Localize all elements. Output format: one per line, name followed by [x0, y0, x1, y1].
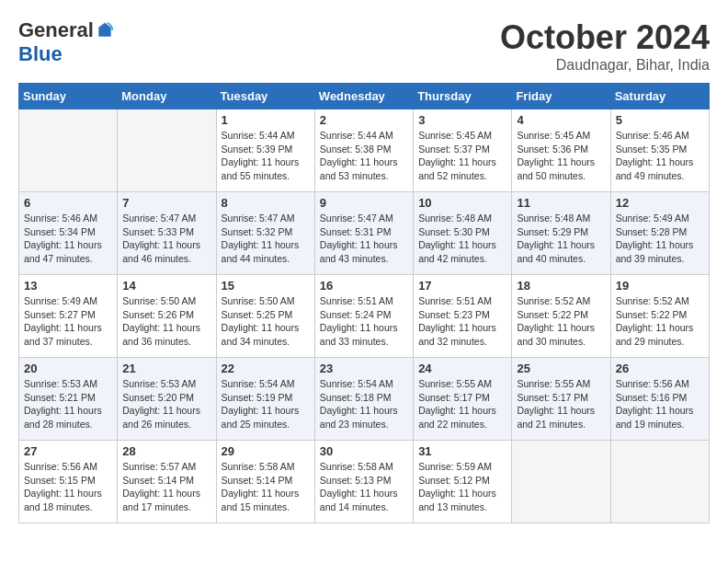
calendar-cell: [19, 109, 118, 192]
calendar-cell: 21Sunrise: 5:53 AMSunset: 5:20 PMDayligh…: [118, 358, 216, 441]
cell-content: Sunrise: 5:50 AMSunset: 5:25 PMDaylight:…: [222, 294, 310, 349]
calendar-cell: 10Sunrise: 5:48 AMSunset: 5:30 PMDayligh…: [414, 192, 512, 275]
cell-content: Sunrise: 5:53 AMSunset: 5:20 PMDaylight:…: [122, 377, 210, 431]
cell-content: Sunrise: 5:58 AMSunset: 5:13 PMDaylight:…: [320, 460, 408, 514]
day-number: 26: [616, 362, 704, 375]
calendar-cell: 3Sunrise: 5:45 AMSunset: 5:37 PMDaylight…: [414, 109, 512, 192]
calendar-week-3: 13Sunrise: 5:49 AMSunset: 5:27 PMDayligh…: [19, 275, 710, 358]
calendar-cell: 2Sunrise: 5:44 AMSunset: 5:38 PMDaylight…: [314, 109, 413, 192]
cell-content: Sunrise: 5:56 AMSunset: 5:15 PMDaylight:…: [24, 460, 112, 514]
day-number: 9: [320, 196, 408, 210]
page-header: General Blue October 2024 Daudnagar, Bih…: [18, 18, 710, 74]
day-number: 31: [418, 444, 506, 458]
day-number: 13: [24, 279, 112, 293]
calendar-cell: 20Sunrise: 5:53 AMSunset: 5:21 PMDayligh…: [19, 358, 118, 441]
day-number: 25: [517, 362, 605, 375]
day-number: 12: [616, 196, 704, 210]
logo-blue: Blue: [18, 42, 63, 66]
day-number: 3: [418, 113, 506, 127]
calendar-week-4: 20Sunrise: 5:53 AMSunset: 5:21 PMDayligh…: [19, 358, 710, 441]
calendar-cell: 31Sunrise: 5:59 AMSunset: 5:12 PMDayligh…: [414, 441, 512, 523]
cell-content: Sunrise: 5:47 AMSunset: 5:33 PMDaylight:…: [122, 212, 210, 266]
cell-content: Sunrise: 5:51 AMSunset: 5:24 PMDaylight:…: [320, 294, 408, 349]
calendar-cell: 26Sunrise: 5:56 AMSunset: 5:16 PMDayligh…: [610, 358, 709, 441]
day-number: 17: [418, 279, 506, 293]
day-header-thursday: Thursday: [414, 84, 512, 109]
day-number: 24: [418, 362, 506, 375]
day-number: 5: [616, 113, 704, 127]
cell-content: Sunrise: 5:49 AMSunset: 5:28 PMDaylight:…: [616, 212, 704, 266]
calendar-cell: 13Sunrise: 5:49 AMSunset: 5:27 PMDayligh…: [19, 275, 118, 358]
day-number: 21: [122, 362, 210, 375]
day-number: 2: [320, 113, 408, 127]
day-number: 15: [222, 279, 310, 293]
logo: General Blue: [18, 18, 114, 66]
cell-content: Sunrise: 5:49 AMSunset: 5:27 PMDaylight:…: [24, 294, 112, 349]
cell-content: Sunrise: 5:46 AMSunset: 5:34 PMDaylight:…: [24, 212, 112, 266]
calendar-cell: 11Sunrise: 5:48 AMSunset: 5:29 PMDayligh…: [512, 192, 610, 275]
day-header-friday: Friday: [512, 84, 610, 109]
day-number: 30: [320, 444, 408, 458]
calendar-cell: 12Sunrise: 5:49 AMSunset: 5:28 PMDayligh…: [610, 192, 709, 275]
cell-content: Sunrise: 5:52 AMSunset: 5:22 PMDaylight:…: [616, 294, 704, 349]
cell-content: Sunrise: 5:45 AMSunset: 5:37 PMDaylight:…: [418, 129, 506, 183]
day-number: 8: [222, 196, 310, 210]
day-number: 11: [517, 196, 605, 210]
day-header-wednesday: Wednesday: [314, 84, 413, 109]
calendar-cell: 27Sunrise: 5:56 AMSunset: 5:15 PMDayligh…: [19, 441, 118, 523]
logo-general: General: [18, 18, 94, 42]
calendar-cell: 8Sunrise: 5:47 AMSunset: 5:32 PMDaylight…: [216, 192, 314, 275]
cell-content: Sunrise: 5:53 AMSunset: 5:21 PMDaylight:…: [24, 377, 112, 431]
calendar-week-2: 6Sunrise: 5:46 AMSunset: 5:34 PMDaylight…: [19, 192, 710, 275]
cell-content: Sunrise: 5:55 AMSunset: 5:17 PMDaylight:…: [517, 377, 605, 431]
cell-content: Sunrise: 5:54 AMSunset: 5:19 PMDaylight:…: [222, 377, 310, 431]
day-header-tuesday: Tuesday: [216, 84, 314, 109]
cell-content: Sunrise: 5:45 AMSunset: 5:36 PMDaylight:…: [517, 129, 605, 183]
cell-content: Sunrise: 5:50 AMSunset: 5:26 PMDaylight:…: [122, 294, 210, 349]
day-number: 7: [122, 196, 210, 210]
cell-content: Sunrise: 5:48 AMSunset: 5:29 PMDaylight:…: [517, 212, 605, 266]
cell-content: Sunrise: 5:52 AMSunset: 5:22 PMDaylight:…: [517, 294, 605, 349]
cell-content: Sunrise: 5:44 AMSunset: 5:38 PMDaylight:…: [320, 129, 408, 183]
day-header-monday: Monday: [118, 84, 216, 109]
month-title: October 2024: [500, 18, 710, 57]
logo-icon: [96, 21, 114, 40]
calendar-cell: [512, 441, 610, 523]
calendar-cell: 22Sunrise: 5:54 AMSunset: 5:19 PMDayligh…: [216, 358, 314, 441]
calendar-cell: 17Sunrise: 5:51 AMSunset: 5:23 PMDayligh…: [414, 275, 512, 358]
day-number: 6: [24, 196, 112, 210]
calendar-cell: 5Sunrise: 5:46 AMSunset: 5:35 PMDaylight…: [610, 109, 709, 192]
calendar-cell: [118, 109, 216, 192]
cell-content: Sunrise: 5:44 AMSunset: 5:39 PMDaylight:…: [222, 129, 310, 183]
calendar-cell: 24Sunrise: 5:55 AMSunset: 5:17 PMDayligh…: [414, 358, 512, 441]
calendar-cell: 23Sunrise: 5:54 AMSunset: 5:18 PMDayligh…: [314, 358, 413, 441]
calendar-cell: 28Sunrise: 5:57 AMSunset: 5:14 PMDayligh…: [118, 441, 216, 523]
day-number: 19: [616, 279, 704, 293]
calendar-table: SundayMondayTuesdayWednesdayThursdayFrid…: [18, 83, 710, 523]
calendar-cell: 29Sunrise: 5:58 AMSunset: 5:14 PMDayligh…: [216, 441, 314, 523]
cell-content: Sunrise: 5:55 AMSunset: 5:17 PMDaylight:…: [418, 377, 506, 431]
calendar-cell: [610, 441, 709, 523]
calendar-cell: 19Sunrise: 5:52 AMSunset: 5:22 PMDayligh…: [610, 275, 709, 358]
day-number: 10: [418, 196, 506, 210]
cell-content: Sunrise: 5:57 AMSunset: 5:14 PMDaylight:…: [122, 460, 210, 514]
day-number: 22: [222, 362, 310, 375]
cell-content: Sunrise: 5:51 AMSunset: 5:23 PMDaylight:…: [418, 294, 506, 349]
calendar-cell: 1Sunrise: 5:44 AMSunset: 5:39 PMDaylight…: [216, 109, 314, 192]
cell-content: Sunrise: 5:54 AMSunset: 5:18 PMDaylight:…: [320, 377, 408, 431]
day-number: 27: [24, 444, 112, 458]
calendar-cell: 14Sunrise: 5:50 AMSunset: 5:26 PMDayligh…: [118, 275, 216, 358]
day-number: 14: [122, 279, 210, 293]
calendar-week-5: 27Sunrise: 5:56 AMSunset: 5:15 PMDayligh…: [19, 441, 710, 523]
cell-content: Sunrise: 5:46 AMSunset: 5:35 PMDaylight:…: [616, 129, 704, 183]
calendar-cell: 9Sunrise: 5:47 AMSunset: 5:31 PMDaylight…: [314, 192, 413, 275]
day-number: 23: [320, 362, 408, 375]
cell-content: Sunrise: 5:48 AMSunset: 5:30 PMDaylight:…: [418, 212, 506, 266]
header-row: SundayMondayTuesdayWednesdayThursdayFrid…: [19, 84, 710, 109]
cell-content: Sunrise: 5:56 AMSunset: 5:16 PMDaylight:…: [616, 377, 704, 431]
calendar-cell: 7Sunrise: 5:47 AMSunset: 5:33 PMDaylight…: [118, 192, 216, 275]
day-number: 16: [320, 279, 408, 293]
day-number: 4: [517, 113, 605, 127]
day-number: 28: [122, 444, 210, 458]
day-number: 18: [517, 279, 605, 293]
